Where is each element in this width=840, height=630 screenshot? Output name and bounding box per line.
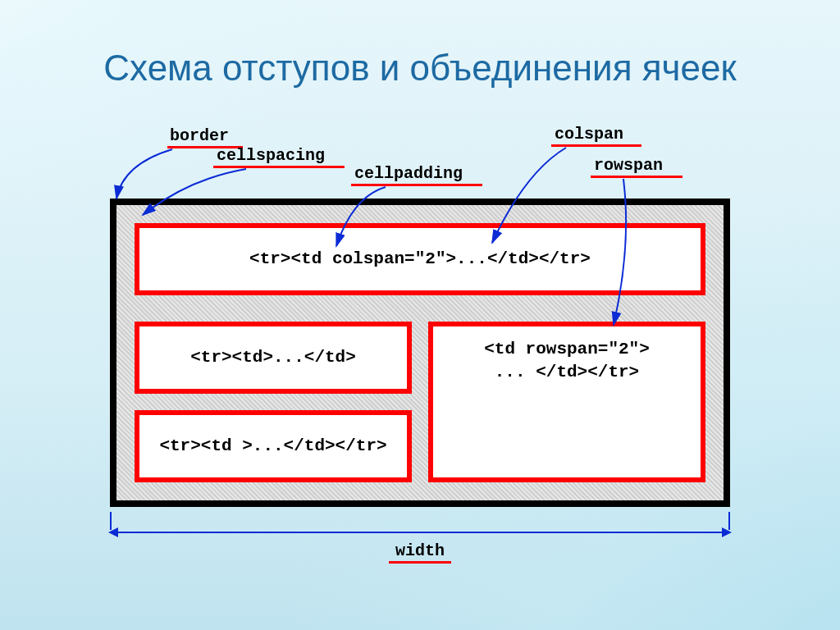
arrow-right-icon: [722, 527, 732, 537]
cell-rowspan-code: <td rowspan="2"> ... </td></tr>: [484, 338, 650, 385]
underline-colspan: [551, 144, 641, 147]
underline-width: [389, 561, 451, 564]
label-width: width: [395, 541, 445, 560]
cell-colspan-code: <tr><td colspan="2">...</td></tr>: [249, 248, 591, 271]
underline-rowspan: [591, 176, 682, 178]
label-border: border: [170, 128, 229, 144]
underline-cellpadding: [351, 184, 482, 186]
label-cellpadding: cellpadding: [354, 166, 463, 182]
label-cellspacing: cellspacing: [217, 148, 325, 164]
cell-row2: <tr><td>...</td>: [135, 322, 412, 394]
width-line-wrap: [110, 532, 730, 533]
width-line: [116, 532, 724, 533]
label-colspan: colspan: [555, 126, 623, 143]
arrow-left-icon: [108, 527, 118, 537]
cell-row3: <tr><td >...</td></tr>: [135, 410, 412, 482]
cell-rowspan: <td rowspan="2"> ... </td></tr>: [428, 322, 705, 482]
width-measure: width: [110, 522, 730, 568]
slide: Схема отступов и объединения ячеек borde…: [0, 0, 840, 630]
label-rowspan: rowspan: [594, 158, 663, 174]
cell-colspan-row: <tr><td colspan="2">...</td></tr>: [135, 223, 705, 295]
slide-title: Схема отступов и объединения ячеек: [0, 48, 840, 89]
underline-cellspacing: [213, 166, 345, 168]
cell-row2-code: <tr><td>...</td>: [190, 346, 356, 369]
table-container: <tr><td colspan="2">...</td></tr> <tr><t…: [110, 199, 730, 507]
cell-row3-code: <tr><td >...</td></tr>: [159, 435, 386, 458]
